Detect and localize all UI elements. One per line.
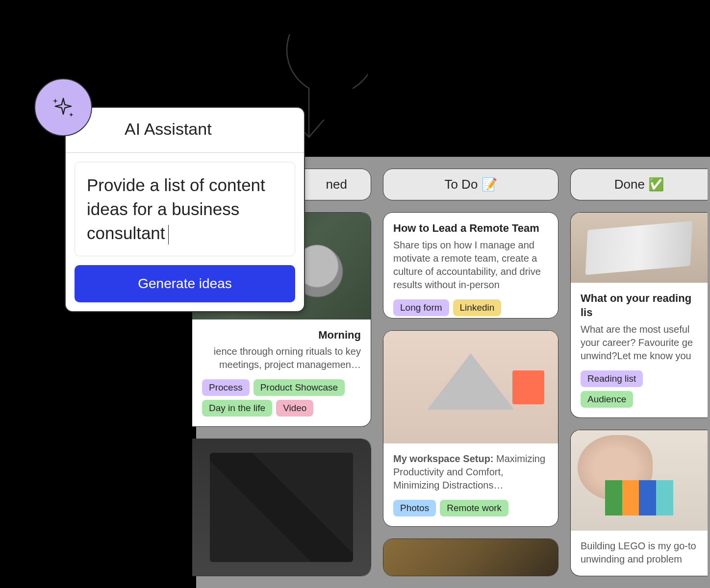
card-description: My workspace Setup: Maximizing Productiv…: [393, 452, 548, 492]
kanban-column-done: Done ✅ What on your reading lis What are…: [570, 169, 708, 576]
ai-sparkle-icon: [34, 78, 92, 136]
card-description: Share tips on how I manage and motivate …: [393, 239, 548, 292]
tag[interactable]: Video: [276, 400, 313, 416]
ai-modal-body: Provide a list of content ideas for a bu…: [66, 153, 304, 311]
card-content: What on your reading lis What are the mo…: [571, 283, 708, 417]
card-content: Building LEGO is my go-to unwinding and …: [571, 531, 708, 576]
tag[interactable]: Day in the life: [202, 400, 272, 416]
tag[interactable]: Remote work: [440, 500, 508, 516]
kanban-card[interactable]: Building LEGO is my go-to unwinding and …: [570, 430, 708, 576]
kanban-card[interactable]: [383, 539, 558, 576]
tag[interactable]: Audience: [581, 391, 633, 408]
card-image-placeholder: [571, 213, 708, 283]
kanban-card[interactable]: How to Lead a Remote Team Share tips on …: [383, 212, 558, 318]
card-tags: Long form Linkedin: [393, 299, 548, 316]
card-content: Morning ience through orning rituals to …: [192, 319, 371, 427]
kanban-card[interactable]: My workspace Setup: Maximizing Productiv…: [383, 330, 558, 527]
card-image-placeholder: [383, 331, 558, 444]
tag[interactable]: Photos: [393, 500, 436, 516]
tag[interactable]: Process: [202, 379, 250, 396]
ai-assistant-modal: AI Assistant Provide a list of content i…: [65, 107, 305, 312]
card-title: Morning: [202, 328, 361, 343]
kanban-column-todo: To Do 📝 How to Lead a Remote Team Share …: [383, 169, 558, 576]
card-tags: Reading list Audience: [581, 370, 698, 408]
ai-prompt-input[interactable]: Provide a list of content ideas for a bu…: [75, 162, 295, 256]
card-title: How to Lead a Remote Team: [393, 221, 548, 236]
card-description: ience through orning rituals to key meet…: [202, 345, 361, 371]
column-header: Done ✅: [570, 169, 708, 200]
ai-modal-title: AI Assistant: [66, 108, 304, 153]
card-tags: Photos Remote work: [393, 500, 548, 516]
kanban-card[interactable]: What on your reading lis What are the mo…: [570, 212, 708, 418]
kanban-card[interactable]: [192, 439, 371, 576]
card-title: What on your reading lis: [581, 292, 698, 319]
tag[interactable]: Long form: [393, 299, 449, 316]
card-image-placeholder: [383, 539, 558, 576]
tag[interactable]: Linkedin: [453, 299, 502, 316]
card-description: Building LEGO is my go-to unwinding and …: [581, 539, 698, 566]
card-content: My workspace Setup: Maximizing Productiv…: [383, 443, 558, 526]
column-header: To Do 📝: [383, 169, 558, 200]
text-cursor: [168, 225, 169, 245]
generate-ideas-button[interactable]: Generate ideas: [75, 265, 295, 302]
card-tags: Process Product Showcase Day in the life…: [202, 379, 361, 416]
tag[interactable]: Product Showcase: [254, 379, 345, 396]
card-image-placeholder: [192, 439, 371, 576]
card-title-inline: My workspace Setup:: [393, 453, 494, 464]
card-description: What are the most useful your career? Fa…: [581, 323, 698, 363]
tag[interactable]: Reading list: [581, 370, 643, 387]
card-content: How to Lead a Remote Team Share tips on …: [383, 213, 558, 318]
card-image-placeholder: [571, 430, 708, 531]
